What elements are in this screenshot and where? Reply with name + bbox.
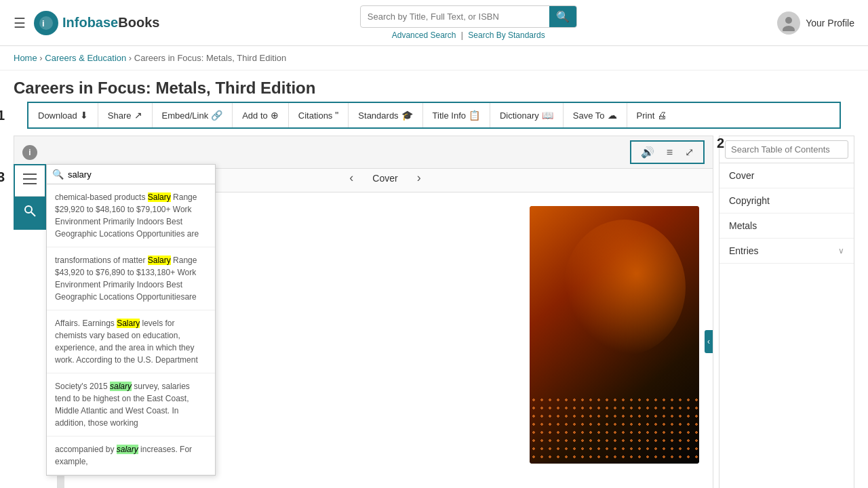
share-icon: ↗: [134, 110, 142, 121]
step-label-3: 3: [0, 169, 5, 185]
header-left: ☰ i InfobaseBooks: [14, 11, 159, 35]
download-icon: ⬇: [80, 110, 88, 121]
toc-item-metals[interactable]: Metals: [719, 214, 854, 239]
list-item[interactable]: Society's 2015 salary survey, salaries t…: [47, 373, 215, 436]
toc-item-cover[interactable]: Cover: [719, 163, 854, 188]
citations-icon: ": [335, 110, 338, 121]
sound-button[interactable]: 🔊: [637, 144, 658, 160]
save-icon: ☁: [608, 110, 617, 121]
list-item[interactable]: Affairs. Earnings Salary levels for chem…: [47, 310, 215, 373]
search-input[interactable]: [361, 7, 549, 26]
breadcrumb: Home › Careers & Education › Careers in …: [0, 46, 868, 70]
svg-rect-6: [23, 183, 37, 184]
svg-point-7: [25, 206, 32, 213]
search-button[interactable]: 🔍: [549, 6, 576, 27]
book-cover-image: [530, 206, 699, 464]
toc-search-area: [719, 136, 854, 163]
svg-rect-5: [23, 178, 37, 180]
breadcrumb-home[interactable]: Home: [14, 53, 37, 63]
info-icon[interactable]: i: [22, 145, 37, 160]
toc-icon: [23, 174, 37, 188]
dots-pattern: [530, 396, 699, 464]
menu-icon[interactable]: ☰: [14, 15, 26, 31]
standards-button[interactable]: Standards 🎓: [349, 103, 422, 127]
left-panel: [14, 164, 46, 230]
list-item[interactable]: transformations of matter Salary Range $…: [47, 247, 215, 310]
toc-panel-button[interactable]: [15, 165, 45, 197]
print-icon: 🖨: [657, 110, 667, 121]
toc-sidebar: Cover Copyright Metals Entries ∨: [719, 136, 854, 488]
logo[interactable]: i InfobaseBooks: [34, 11, 159, 35]
search-area: 🔍 Advanced Search | Search By Standards: [360, 5, 577, 40]
overlay-results: chemical-based products Salary Range $29…: [47, 184, 215, 475]
toc-search-input[interactable]: [725, 140, 848, 159]
collapse-handle[interactable]: ‹: [705, 330, 713, 353]
download-button[interactable]: Download ⬇: [28, 103, 98, 127]
svg-text:i: i: [42, 18, 45, 28]
dictionary-button[interactable]: Dictionary 📖: [490, 103, 564, 127]
toc-item-entries[interactable]: Entries ∨: [719, 239, 854, 264]
logo-icon: i: [34, 11, 58, 35]
prev-page-button[interactable]: ‹: [344, 169, 359, 186]
breadcrumb-careers-ed[interactable]: Careers & Education: [45, 53, 126, 63]
book-title-area: Careers in Focus: Metals, Third Edition: [0, 70, 868, 102]
list-item[interactable]: accompanied by salary increases. For exa…: [47, 436, 215, 475]
title-info-button[interactable]: Title Info 📋: [423, 103, 490, 127]
search-links: Advanced Search | Search By Standards: [392, 30, 545, 40]
embed-link-button[interactable]: Embed/Link 🔗: [153, 103, 233, 127]
logo-text: InfobaseBooks: [62, 15, 159, 30]
overlay-search-icon: 🔍: [52, 169, 64, 180]
toolbar: Download ⬇ Share ↗ Embed/Link 🔗 Add to ⊕…: [27, 102, 841, 129]
search-bar: 🔍: [360, 5, 577, 28]
chevron-down-icon: ∨: [838, 246, 844, 256]
profile-name: Your Profile: [806, 18, 854, 28]
share-button[interactable]: Share ↗: [98, 103, 153, 127]
step-label-2: 2: [717, 136, 724, 151]
profile-area[interactable]: Your Profile: [777, 12, 854, 35]
svg-line-8: [31, 212, 35, 216]
citations-button[interactable]: Citations ": [289, 103, 349, 127]
title-info-icon: 📋: [469, 110, 480, 121]
svg-point-2: [785, 17, 792, 24]
breadcrumb-current: Careers in Focus: Metals, Third Edition: [134, 53, 286, 63]
search-overlay-panel: 🔍 chemical-based products Salary Range $…: [46, 164, 216, 476]
image-glow: [564, 220, 686, 355]
header: ☰ i InfobaseBooks 🔍 Advanced Search | Se…: [0, 0, 868, 46]
overlay-search-bar: 🔍: [47, 165, 215, 184]
fullscreen-button[interactable]: ⤢: [681, 144, 698, 160]
search-by-standards-link[interactable]: Search By Standards: [468, 30, 545, 40]
add-to-button[interactable]: Add to ⊕: [233, 103, 289, 127]
print-button[interactable]: Print 🖨: [627, 103, 677, 127]
page-title: Careers in Focus: Metals, Third Edition: [14, 79, 854, 98]
advanced-search-link[interactable]: Advanced Search: [392, 30, 456, 40]
page-label: Cover: [372, 173, 397, 184]
link-icon: 🔗: [211, 110, 222, 121]
search-panel-icon: [24, 205, 36, 220]
viewer-controls: 🔊 ≡ ⤢: [630, 140, 705, 164]
add-icon: ⊕: [271, 110, 279, 121]
next-page-button[interactable]: ›: [412, 169, 427, 186]
search-panel-button[interactable]: [15, 197, 45, 228]
list-view-button[interactable]: ≡: [663, 144, 677, 160]
svg-point-0: [39, 16, 53, 30]
overlay-search-input[interactable]: [68, 169, 190, 180]
dictionary-icon: 📖: [542, 110, 553, 121]
user-avatar-icon: [777, 12, 800, 35]
standards-icon: 🎓: [401, 110, 413, 121]
list-item[interactable]: chemical-based products Salary Range $29…: [47, 184, 215, 247]
svg-rect-4: [23, 174, 37, 175]
step-label-1: 1: [0, 108, 5, 123]
svg-point-3: [783, 26, 795, 31]
save-to-button[interactable]: Save To ☁: [564, 103, 627, 127]
toc-item-copyright[interactable]: Copyright: [719, 188, 854, 214]
